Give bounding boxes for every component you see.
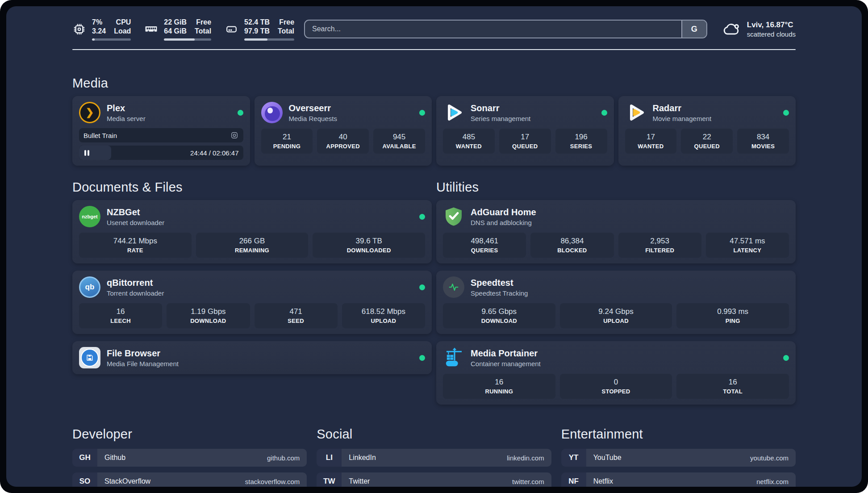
app-name: Plex xyxy=(107,103,146,113)
plex-icon: ❯ xyxy=(79,102,100,123)
bookmark-name: Netflix xyxy=(593,477,613,485)
topbar-divider xyxy=(72,49,796,50)
status-dot-online xyxy=(419,284,425,290)
bookmark-abbr: LI xyxy=(317,449,342,467)
stat-tile: 266 GBREMAINING xyxy=(196,233,309,258)
app-description: Media server xyxy=(107,114,146,123)
app-card-qbittorrent[interactable]: qb qBittorrent Torrent downloader 16LEEC… xyxy=(72,271,432,334)
stat-tile: 21PENDING xyxy=(261,129,313,154)
qbittorrent-icon: qb xyxy=(79,276,100,298)
memory-progress-bar xyxy=(164,38,211,41)
status-dot-online xyxy=(783,355,789,361)
stat-tile: 744.21 MbpsRATE xyxy=(79,233,192,258)
utilities-column: Utilities xyxy=(436,180,796,405)
app-description: Torrent downloader xyxy=(107,289,164,297)
playback-progress-row: 24:44 / 02:06:47 xyxy=(79,146,243,160)
app-card-sonarr[interactable]: Sonarr Series management 485WANTED 17QUE… xyxy=(436,96,614,166)
nzbget-icon: nzbget xyxy=(79,206,100,227)
status-dot-online xyxy=(783,110,789,116)
weather-location: Lviv, 16.87°C xyxy=(747,20,796,30)
memory-total-value: 64 GiB xyxy=(164,27,187,36)
app-description: DNS and adblocking xyxy=(471,218,536,227)
bookmark-url: github.com xyxy=(267,454,300,462)
disk-free-value: 52.4 TB xyxy=(244,18,270,27)
weather-condition: scattered clouds xyxy=(747,30,796,38)
cpu-chip-icon xyxy=(72,22,86,36)
status-dot-online xyxy=(601,110,607,116)
cpu-stat: 7% 3.24 CPU Load xyxy=(72,18,131,41)
app-card-nzbget[interactable]: nzbget NZBGet Usenet downloader 744.21 M… xyxy=(72,200,432,263)
memory-total-label: Total xyxy=(195,27,211,36)
cpu-progress-bar xyxy=(92,38,131,41)
stat-tile: 498,461QUERIES xyxy=(443,233,526,258)
app-name: Radarr xyxy=(653,103,712,113)
stat-tile: 40APPROVED xyxy=(317,129,369,154)
bookmark-twitter[interactable]: TW Twittertwitter.com xyxy=(317,472,551,487)
memory-free-value: 22 GiB xyxy=(164,18,187,27)
stat-tile: 945AVAILABLE xyxy=(373,129,425,154)
session-icon xyxy=(230,131,239,140)
app-description: Media Requests xyxy=(289,114,337,123)
disk-progress-bar xyxy=(244,38,294,41)
stat-tile: 86,384BLOCKED xyxy=(530,233,613,258)
app-card-overseerr[interactable]: Overseerr Media Requests 21PENDING 40APP… xyxy=(255,96,432,166)
stat-tile: 9.24 GbpsUPLOAD xyxy=(560,303,672,328)
developer-column: Developer GH Githubgithub.com SO StackOv… xyxy=(72,427,307,487)
app-card-adguard[interactable]: AdGuard Home DNS and adblocking 498,461Q… xyxy=(436,200,796,263)
stat-tile: 196SERIES xyxy=(555,129,607,154)
bookmark-abbr: NF xyxy=(561,472,586,487)
app-description: Media File Management xyxy=(107,359,179,368)
radarr-icon xyxy=(625,102,647,123)
app-card-portainer[interactable]: Media Portainer Container management 16R… xyxy=(436,341,796,405)
app-name: Speedtest xyxy=(471,277,528,288)
bookmark-url: twitter.com xyxy=(512,478,544,485)
status-dot-online xyxy=(419,214,425,220)
social-column: Social LI LinkedInlinkedin.com TW Twitte… xyxy=(317,427,551,487)
overseerr-icon xyxy=(261,102,283,123)
search-bar: G xyxy=(304,20,707,38)
app-description: Speedtest Tracking xyxy=(471,289,528,297)
bookmark-abbr: GH xyxy=(72,449,97,467)
bookmark-abbr: SO xyxy=(72,472,97,487)
now-playing-row: Bullet Train xyxy=(79,128,243,142)
stat-tile: 485WANTED xyxy=(443,129,495,154)
bookmark-name: LinkedIn xyxy=(349,454,376,462)
bookmark-stackoverflow[interactable]: SO StackOverflowstackoverflow.com xyxy=(72,472,307,487)
disk-total-label: Total xyxy=(278,27,294,36)
filebrowser-icon xyxy=(79,347,100,368)
documents-column: Documents & Files nzbget NZBGet Usenet d… xyxy=(72,180,432,374)
app-card-plex[interactable]: ❯ Plex Media server Bullet Train 24:44 /… xyxy=(72,96,250,166)
stat-tile: 39.6 TBDOWNLOADED xyxy=(313,233,425,258)
stat-tile: 834MOVIES xyxy=(737,129,789,154)
bookmark-netflix[interactable]: NF Netflixnetflix.com xyxy=(561,472,796,487)
cloud-icon xyxy=(722,19,741,39)
pause-icon[interactable] xyxy=(83,149,90,157)
weather-widget: Lviv, 16.87°C scattered clouds xyxy=(722,19,796,39)
adguard-icon xyxy=(443,206,464,227)
app-description: Series management xyxy=(471,114,530,123)
bookmark-youtube[interactable]: YT YouTubeyoutube.com xyxy=(561,449,796,467)
section-title-entertainment: Entertainment xyxy=(561,427,796,442)
bookmark-abbr: YT xyxy=(561,449,586,467)
search-provider-button[interactable]: G xyxy=(681,21,706,38)
bookmark-url: stackoverflow.com xyxy=(245,478,300,485)
app-card-filebrowser[interactable]: File Browser Media File Management xyxy=(72,341,432,374)
section-title-utilities: Utilities xyxy=(436,180,796,195)
app-card-speedtest[interactable]: Speedtest Speedtest Tracking 9.65 GbpsDO… xyxy=(436,271,796,334)
stat-tile: 1.19 GbpsDOWNLOAD xyxy=(167,303,250,328)
app-card-radarr[interactable]: Radarr Movie management 17WANTED 22QUEUE… xyxy=(618,96,796,166)
app-name: AdGuard Home xyxy=(471,207,536,217)
bookmark-linkedin[interactable]: LI LinkedInlinkedin.com xyxy=(317,449,551,467)
app-name: NZBGet xyxy=(107,207,164,217)
stat-tile: 22QUEUED xyxy=(681,129,733,154)
section-title-social: Social xyxy=(317,427,551,442)
now-playing-title: Bullet Train xyxy=(83,132,117,139)
stat-tile: 9.65 GbpsDOWNLOAD xyxy=(443,303,555,328)
bookmark-github[interactable]: GH Githubgithub.com xyxy=(72,449,307,467)
bookmark-url: youtube.com xyxy=(750,454,789,462)
disk-free-label: Free xyxy=(278,18,294,27)
search-input[interactable] xyxy=(305,21,681,38)
section-title-media: Media xyxy=(72,76,796,91)
app-name: Media Portainer xyxy=(471,348,541,359)
bookmark-name: Github xyxy=(104,454,125,462)
